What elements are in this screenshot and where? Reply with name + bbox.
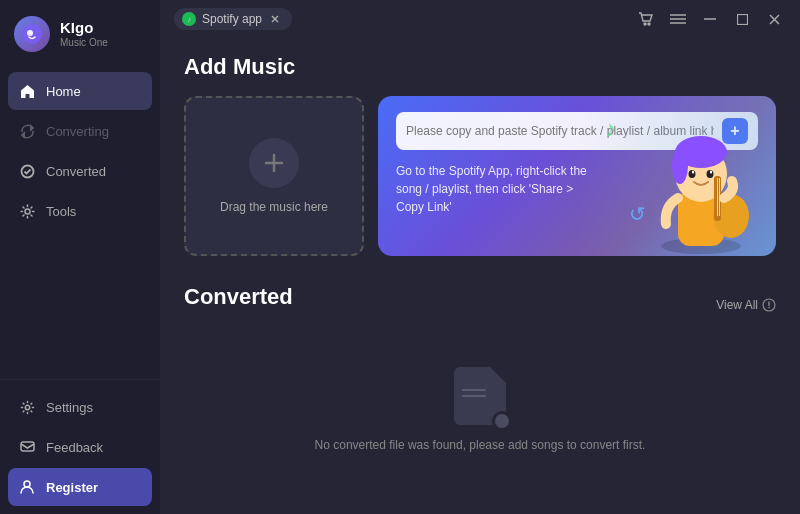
drag-drop-area[interactable]: Drag the music here	[184, 96, 364, 256]
sidebar-item-feedback[interactable]: Feedback	[8, 428, 152, 466]
empty-state: No converted file was found, please add …	[184, 346, 776, 472]
app-name: KIgo	[60, 20, 108, 37]
svg-point-24	[672, 148, 688, 184]
converted-icon	[18, 162, 36, 180]
minimize-button[interactable]	[698, 7, 722, 31]
sidebar: KIgo Music One Home Converting	[0, 0, 160, 514]
feedback-icon	[18, 438, 36, 456]
file-shape	[454, 367, 506, 425]
tools-icon	[18, 202, 36, 220]
tools-label: Tools	[46, 204, 76, 219]
empty-state-text: No converted file was found, please add …	[315, 438, 646, 452]
drag-plus-icon	[249, 138, 299, 188]
converting-label: Converting	[46, 124, 109, 139]
converted-header: Converted View All	[184, 284, 776, 326]
svg-rect-5	[21, 442, 34, 451]
main-content: ♪ Spotify app	[160, 0, 800, 514]
sidebar-item-settings[interactable]: Settings	[8, 388, 152, 426]
content-area: Add Music Drag the music here +	[160, 38, 800, 514]
sidebar-bottom: Settings Feedback Register	[0, 379, 160, 514]
character-illustration	[636, 116, 766, 256]
logo-area: KIgo Music One	[0, 0, 160, 72]
register-label: Register	[46, 480, 98, 495]
view-all-button[interactable]: View All	[716, 298, 776, 312]
cart-button[interactable]	[634, 7, 658, 31]
register-button[interactable]: Register	[8, 468, 152, 506]
svg-point-10	[648, 23, 650, 25]
tab-label: Spotify app	[202, 12, 262, 26]
spotify-icon: ♪	[182, 12, 196, 26]
sidebar-item-converted[interactable]: Converted	[8, 152, 152, 190]
music-note-1-icon: ♪	[603, 115, 618, 143]
file-corner	[490, 367, 506, 383]
nav-items: Home Converting Converted	[0, 72, 160, 379]
window-controls	[634, 7, 786, 31]
settings-icon	[18, 398, 36, 416]
file-dot	[492, 411, 512, 431]
drag-label: Drag the music here	[220, 200, 328, 214]
converted-label: Converted	[46, 164, 106, 179]
titlebar: ♪ Spotify app	[160, 0, 800, 38]
svg-point-1	[27, 30, 33, 36]
svg-point-35	[768, 307, 770, 309]
tab-area: ♪ Spotify app	[174, 8, 292, 30]
close-button[interactable]	[762, 7, 786, 31]
file-line-2	[462, 395, 486, 397]
spotify-tab[interactable]: ♪ Spotify app	[174, 8, 292, 30]
svg-rect-15	[737, 14, 747, 24]
menu-button[interactable]	[666, 7, 690, 31]
add-music-row: Drag the music here + Go to the Spotify …	[184, 96, 776, 256]
svg-point-9	[644, 23, 646, 25]
feedback-label: Feedback	[46, 440, 103, 455]
spotify-banner: + Go to the Spotify App, right-click the…	[378, 96, 776, 256]
file-line-1	[462, 389, 486, 391]
banner-hint: Go to the Spotify App, right-click the s…	[396, 162, 596, 216]
converting-icon	[18, 122, 36, 140]
tab-close-icon[interactable]	[268, 12, 282, 26]
sidebar-item-converting: Converting	[8, 112, 152, 150]
maximize-button[interactable]	[730, 7, 754, 31]
svg-point-3	[25, 209, 30, 214]
register-icon	[18, 478, 36, 496]
settings-label: Settings	[46, 400, 93, 415]
app-subtitle: Music One	[60, 37, 108, 48]
sidebar-item-tools[interactable]: Tools	[8, 192, 152, 230]
sidebar-item-home[interactable]: Home	[8, 72, 152, 110]
svg-point-4	[25, 405, 29, 409]
svg-point-27	[692, 171, 694, 174]
svg-point-28	[710, 171, 712, 174]
converted-title: Converted	[184, 284, 293, 310]
file-lines	[462, 389, 486, 397]
logo-text: KIgo Music One	[60, 20, 108, 48]
view-all-label: View All	[716, 298, 758, 312]
add-music-title: Add Music	[184, 54, 776, 80]
home-icon	[18, 82, 36, 100]
home-label: Home	[46, 84, 81, 99]
empty-icon	[445, 366, 515, 426]
app-logo-icon	[14, 16, 50, 52]
svg-point-6	[24, 481, 30, 487]
